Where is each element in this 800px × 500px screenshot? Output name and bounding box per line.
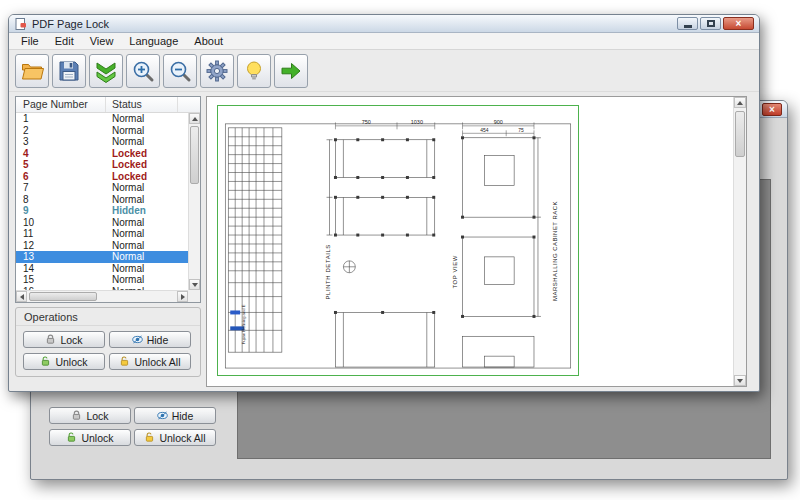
green-arrow-right-icon	[279, 59, 303, 83]
hide-eye-icon	[157, 410, 168, 421]
hide-button[interactable]: Hide	[109, 331, 191, 348]
list-header: Page Number Status	[16, 97, 200, 113]
button-label: Unlock All	[159, 432, 205, 444]
page-number-cell: 5	[16, 159, 106, 171]
hide-button[interactable]: Hide	[134, 407, 216, 424]
table-row[interactable]: 11Normal	[16, 228, 188, 240]
status-cell: Normal	[106, 136, 188, 148]
page-number-cell: 6	[16, 171, 106, 183]
dimension-label: 75	[518, 128, 524, 133]
table-row[interactable]: 14Normal	[16, 263, 188, 275]
status-cell: Normal	[106, 251, 188, 263]
tips-button[interactable]	[237, 54, 271, 88]
status-cell: Locked	[106, 171, 188, 183]
zoom-in-button[interactable]	[126, 54, 160, 88]
pdf-drawing: 750 1030 900 454 75 PLINTH DETAILS TOP V…	[218, 106, 578, 375]
column-header-status[interactable]: Status	[106, 97, 178, 112]
list-vertical-scrollbar[interactable]	[188, 113, 200, 290]
scroll-down-icon[interactable]	[734, 375, 746, 386]
bulb-icon	[242, 59, 266, 83]
unlock-all-button[interactable]: Unlock All	[134, 429, 216, 446]
unlock-all-icon	[144, 432, 155, 443]
hide-eye-icon	[132, 334, 143, 345]
table-row[interactable]: 6Locked	[16, 171, 188, 183]
gear-icon	[205, 59, 229, 83]
save-button[interactable]	[52, 54, 86, 88]
page-number-cell: 4	[16, 148, 106, 160]
toolbar	[9, 50, 759, 92]
titlebar[interactable]: PDF Page Lock ×	[9, 15, 759, 33]
window-title: PDF Page Lock	[32, 18, 675, 30]
status-cell: Locked	[106, 159, 188, 171]
status-cell: Normal	[106, 125, 188, 137]
dimension-label: 1030	[411, 119, 423, 125]
apply-button[interactable]	[89, 54, 123, 88]
table-row[interactable]: 15Normal	[16, 274, 188, 286]
scrollbar-thumb[interactable]	[735, 111, 745, 157]
button-label: Unlock	[81, 432, 113, 444]
table-row[interactable]: 9Hidden	[16, 205, 188, 217]
minimize-icon[interactable]	[677, 17, 698, 30]
menu-edit[interactable]: Edit	[47, 33, 82, 49]
table-row[interactable]: 1Normal	[16, 113, 188, 125]
table-row[interactable]: 13Normal	[16, 251, 188, 263]
lock-icon	[45, 334, 56, 345]
status-cell: Normal	[106, 217, 188, 229]
run-button[interactable]	[274, 54, 308, 88]
scrollbar-thumb[interactable]	[190, 126, 199, 184]
table-row[interactable]: 10Normal	[16, 217, 188, 229]
status-cell: Normal	[106, 113, 188, 125]
lock-icon	[71, 410, 82, 421]
settings-button[interactable]	[200, 54, 234, 88]
double-chevron-icon	[94, 59, 118, 83]
page-number-cell: 12	[16, 240, 106, 252]
list-horizontal-scrollbar[interactable]	[16, 290, 188, 302]
operations-groupbox: Operations Lock Hide Unlock Unlock All	[15, 307, 201, 377]
page-number-cell: 7	[16, 182, 106, 194]
close-icon[interactable]: ×	[762, 103, 782, 116]
unlock-button[interactable]: Unlock	[23, 353, 105, 370]
page-number-cell: 1	[16, 113, 106, 125]
column-header-page-number[interactable]: Page Number	[16, 97, 106, 112]
zoom-out-button[interactable]	[163, 54, 197, 88]
pdf-page: 750 1030 900 454 75 PLINTH DETAILS TOP V…	[217, 105, 579, 376]
menu-view[interactable]: View	[82, 33, 122, 49]
drawing-lines	[225, 124, 570, 368]
scroll-up-icon[interactable]	[189, 113, 200, 124]
scroll-down-icon[interactable]	[189, 279, 200, 290]
pdf-page-lock-window: PDF Page Lock × File Edit View Language …	[8, 14, 760, 392]
scroll-right-icon[interactable]	[177, 291, 188, 302]
preview-vertical-scrollbar[interactable]	[733, 97, 746, 386]
close-icon[interactable]: ×	[723, 17, 754, 30]
menu-about[interactable]: About	[186, 33, 231, 49]
table-row[interactable]: 3Normal	[16, 136, 188, 148]
page-number-cell: 14	[16, 263, 106, 275]
status-cell: Normal	[106, 228, 188, 240]
operations-title: Operations	[16, 308, 200, 326]
page-number-cell: 8	[16, 194, 106, 206]
menu-language[interactable]: Language	[121, 33, 186, 49]
table-row[interactable]: 5Locked	[16, 159, 188, 171]
scroll-left-icon[interactable]	[16, 291, 27, 302]
lock-button[interactable]: Lock	[23, 331, 105, 348]
table-row[interactable]: 4Locked	[16, 148, 188, 160]
status-cell: Hidden	[106, 205, 188, 217]
unlock-all-button[interactable]: Unlock All	[109, 353, 191, 370]
desktop: × Lock Hide Unlock Unlock All PDF Page L…	[0, 0, 800, 500]
table-row[interactable]: 7Normal	[16, 182, 188, 194]
maximize-icon[interactable]	[700, 17, 721, 30]
status-cell: Locked	[106, 148, 188, 160]
lock-button[interactable]: Lock	[49, 407, 131, 424]
table-row[interactable]: 12Normal	[16, 240, 188, 252]
app-icon	[14, 17, 28, 31]
page-number-cell: 2	[16, 125, 106, 137]
page-number-cell: 9	[16, 205, 106, 217]
menu-file[interactable]: File	[13, 33, 47, 49]
table-row[interactable]: 8Normal	[16, 194, 188, 206]
table-row[interactable]: 2Normal	[16, 125, 188, 137]
open-button[interactable]	[15, 54, 49, 88]
scroll-up-icon[interactable]	[734, 97, 746, 108]
page-number-cell: 10	[16, 217, 106, 229]
unlock-button[interactable]: Unlock	[49, 429, 131, 446]
scrollbar-thumb[interactable]	[29, 292, 97, 301]
